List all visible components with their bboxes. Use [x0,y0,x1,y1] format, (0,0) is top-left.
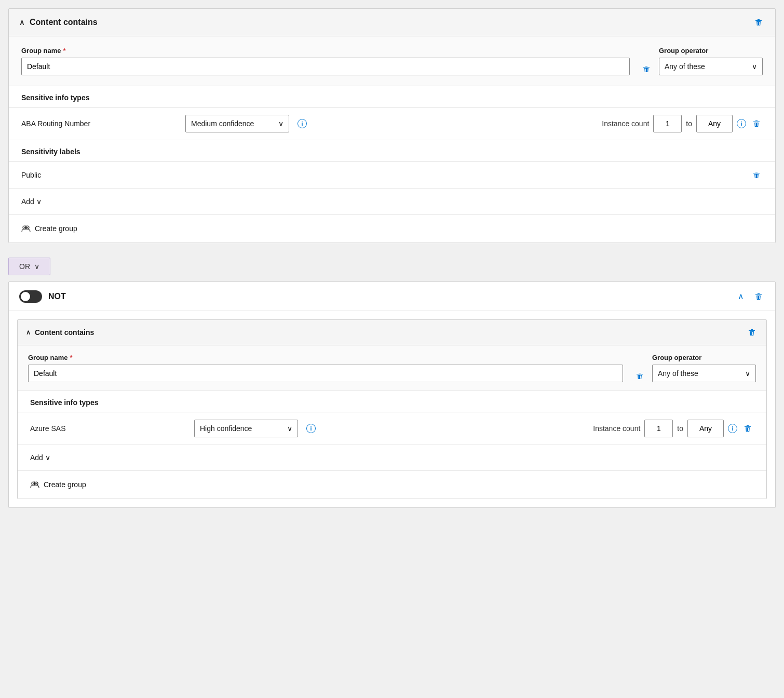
inner-create-group-label: Create group [44,480,86,489]
to-text-2: to [677,424,683,433]
inner-create-group-button[interactable]: Create group [30,478,86,491]
create-group-row-1: Create group [9,214,775,243]
sensitive-info-types-label-1: Sensitive info types [9,86,775,108]
instance-count-to-1[interactable] [696,115,733,132]
inner-create-group-row: Create group [18,471,766,499]
instance-count-label-1: Instance count [602,119,649,128]
sensitivity-item-1: Public [21,171,41,179]
inner-group-operator-value: Any of these [658,369,698,378]
not-toggle[interactable] [19,290,42,303]
info-type-name-1: ABA Routing Number [21,119,177,128]
info-type-name-2: Azure SAS [30,424,186,433]
create-group-button-1[interactable]: Create group [21,222,77,235]
confidence-chevron-2: ∨ [287,424,292,433]
trash-icon-1 [754,18,763,26]
collapse-icon-1[interactable]: ∧ [19,18,24,26]
inner-condition-title: Content contains [35,328,94,337]
info-icon-1[interactable]: i [298,119,307,128]
confidence-dropdown-1[interactable]: Medium confidence ∨ [185,115,289,132]
create-group-icon-1 [21,224,31,233]
inner-condition-header-left: ∧ Content contains [26,328,94,337]
info-icon-2[interactable]: i [306,424,316,433]
to-text-1: to [686,119,692,128]
inner-create-group-icon [30,480,39,489]
not-block: NOT ∧ ∧ Content contains [8,281,776,508]
group-operator-dropdown-1[interactable]: Any of these ∨ [659,58,763,75]
delete-info-type-1-button[interactable] [750,117,763,130]
or-chevron: ∨ [34,262,39,271]
inner-group-operator-label: Group operator [652,354,756,361]
inner-sensitive-info-types-label: Sensitive info types [18,391,766,412]
inner-add-button[interactable]: Add ∨ [30,451,50,464]
inner-group-operator-area: Group operator Any of these ∨ [633,354,756,382]
instance-count-label-2: Instance count [593,424,640,433]
add-button-1[interactable]: Add ∨ [21,195,42,208]
delete-inner-group-button[interactable] [633,370,646,382]
toggle-track [19,290,42,303]
instance-count-section-1: Instance count to i [602,115,763,132]
not-header-right: ∧ [736,289,765,303]
inner-required-star: * [70,354,73,361]
add-label-1: Add [21,197,34,206]
group-name-row-1: Group name * Group operator Any of [21,47,763,75]
inner-add-row: Add ∨ [18,445,766,471]
group-operator-label-1: Group operator [659,47,763,55]
inner-group-name-label: Group name * [28,354,623,361]
confidence-value-2: High confidence [200,424,252,433]
inner-group-operator-chevron: ∨ [745,369,750,378]
inner-condition-header: ∧ Content contains [18,320,766,345]
not-label: NOT [48,292,66,301]
sensitivity-labels-label-1: Sensitivity labels [9,140,775,162]
group-operator-value-1: Any of these [665,62,705,71]
delete-group-1-button[interactable] [640,63,653,75]
add-row-1: Add ∨ [9,189,775,214]
inner-group-name-input[interactable] [28,365,623,382]
delete-info-type-2-button[interactable] [741,422,754,435]
trash-icon-inner-group [636,372,644,380]
inner-group-name-row: Group name * Group operator [28,354,756,382]
inner-add-chevron: ∨ [45,453,50,462]
confidence-chevron-1: ∨ [278,119,283,128]
confidence-dropdown-2[interactable]: High confidence ∨ [194,420,298,437]
or-button-wrapper: OR ∨ [8,251,776,281]
condition-block-1-title-area: ∧ Content contains [19,18,98,27]
not-header-left: NOT [19,290,66,303]
required-star-1: * [63,47,66,55]
group-name-input-1[interactable] [21,58,630,75]
add-chevron-1: ∨ [36,197,42,206]
delete-not-block-button[interactable] [752,290,765,303]
inner-group-section: Group name * Group operator [18,345,766,391]
instance-count-from-1[interactable] [653,115,682,132]
create-group-label-1: Create group [35,224,77,233]
collapse-not-icon: ∧ [738,291,744,301]
inner-collapse-icon[interactable]: ∧ [26,329,31,336]
group-section-1: Group name * Group operator Any of [9,36,775,86]
confidence-value-1: Medium confidence [191,119,254,128]
trash-icon-group-1 [642,65,651,73]
condition-block-1-header: ∧ Content contains [9,9,775,36]
trash-icon-inner [748,328,756,337]
group-operator-field-1: Group operator Any of these ∨ [659,47,763,75]
delete-block-1-button[interactable] [752,16,765,29]
group-name-field-1: Group name * [21,47,630,75]
group-operator-area-1: Group operator Any of these ∨ [640,47,763,75]
inner-condition-box: ∧ Content contains Group name * [17,319,767,499]
trash-icon-info-1 [752,119,761,128]
or-button[interactable]: OR ∨ [8,258,50,275]
inner-group-operator-field: Group operator Any of these ∨ [652,354,756,382]
delete-inner-block-button[interactable] [746,326,758,339]
delete-sensitivity-1-button[interactable] [750,169,763,181]
info-icon-count-2[interactable]: i [728,424,737,433]
inner-group-operator-dropdown[interactable]: Any of these ∨ [652,365,756,382]
trash-icon-info-2 [744,424,752,433]
condition-block-1-title: Content contains [30,18,98,27]
instance-count-to-2[interactable] [687,420,724,437]
inner-group-name-field: Group name * [28,354,623,382]
info-icon-count-1[interactable]: i [737,119,746,128]
or-label: OR [19,262,30,271]
instance-count-from-2[interactable] [644,420,673,437]
toggle-thumb [21,292,30,301]
not-header: NOT ∧ [9,282,775,311]
sensitivity-row-1: Public [9,162,775,189]
collapse-not-button[interactable]: ∧ [736,289,746,303]
